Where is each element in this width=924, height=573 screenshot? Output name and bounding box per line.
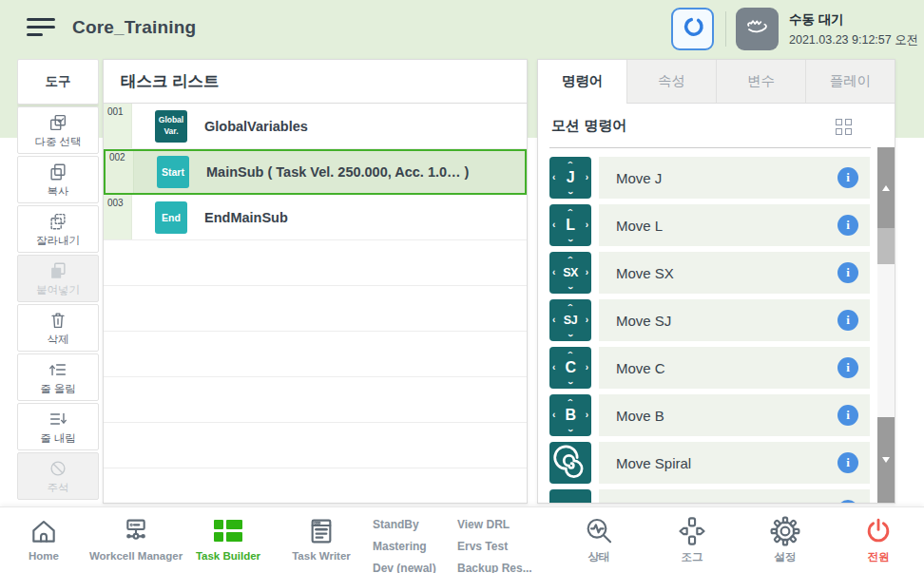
task-row-empty [104, 240, 527, 286]
command-label: Move L [616, 218, 837, 234]
task-list-panel: 태스크 리스트 001 GlobalVar. GlobalVariables 0… [103, 59, 528, 504]
scrollbar-thumb[interactable] [877, 228, 895, 264]
tool-line-up-button[interactable]: 줄 올림 [17, 353, 99, 401]
robot-mode-button[interactable] [671, 8, 714, 50]
scrollbar-track[interactable] [877, 264, 895, 417]
command-panel-tabs: 명령어 속성 변수 플레이 [538, 60, 895, 104]
info-icon[interactable]: i [837, 262, 858, 283]
task-list-title: 태스크 리스트 [104, 60, 527, 104]
cut-icon [48, 211, 68, 232]
row-number: 002 [106, 151, 134, 193]
hand-icon [743, 13, 772, 46]
line-up-icon [48, 359, 68, 380]
end-badge: End [155, 201, 187, 234]
info-icon[interactable]: i [837, 310, 858, 331]
gear-icon [770, 513, 800, 548]
robot-arm-icon [680, 14, 706, 45]
power-icon [863, 513, 894, 548]
task-row-empty [104, 332, 527, 377]
tool-copy-button[interactable]: 복사 [17, 156, 99, 203]
workcell-manager-icon [121, 513, 151, 548]
command-move-sx[interactable]: ››‹› SX Move SX i [538, 252, 877, 299]
robot-status: 수동 대기 2021.03.23 9:12:57 오전 [789, 11, 918, 48]
nav-task-writer[interactable]: Task Writer [260, 513, 383, 562]
toolbox-sidebar: 도구 다중 선택 복사 잘라내기 붙 [17, 59, 99, 504]
command-move-b[interactable]: ››‹› B Move B i [538, 394, 877, 442]
task-row-empty [104, 377, 527, 423]
row-number: 001 [104, 104, 132, 148]
info-icon[interactable]: i [837, 500, 858, 503]
nav-power[interactable]: 전원 [817, 513, 924, 564]
info-icon[interactable]: i [837, 215, 858, 236]
command-row-partial[interactable]: i [538, 489, 877, 503]
tool-label: 주석 [48, 481, 69, 495]
tab-properties[interactable]: 속성 [626, 60, 716, 104]
tool-label: 붙여넣기 [36, 283, 80, 297]
command-panel-body: 모션 명령어 ››‹› J Move J i ››‹› [538, 104, 895, 503]
menu-icon[interactable] [27, 18, 55, 40]
task-row-empty [104, 468, 527, 504]
teach-pendant-screen: Core_Training 수동 대기 2021.03.23 9:12:57 오… [0, 0, 924, 573]
task-writer-icon [306, 513, 337, 548]
line-down-icon [48, 409, 68, 430]
controller-info-column: View DRL Ervs Test Backup Res... [457, 514, 532, 573]
delete-icon [48, 310, 68, 331]
command-icon [549, 489, 591, 503]
task-row-label: GlobalVariables [204, 119, 308, 134]
spiral-icon [549, 442, 591, 484]
task-row-globalvariables[interactable]: 001 GlobalVar. GlobalVariables [104, 104, 527, 149]
jog-dpad-icon [677, 513, 707, 548]
scroll-down-button[interactable] [877, 417, 895, 503]
tool-label: 잘라내기 [36, 234, 80, 248]
command-move-l[interactable]: ››‹› L Move L i [538, 204, 877, 252]
task-row-mainsub-selected[interactable]: 002 Start MainSub ( Task Vel. 250.000, A… [104, 149, 527, 195]
start-badge: Start [157, 156, 189, 188]
tab-commands[interactable]: 명령어 [538, 60, 626, 104]
comment-icon [48, 458, 68, 479]
move-b-icon: ››‹› B [549, 394, 591, 436]
tool-label: 복사 [48, 184, 69, 199]
command-label: Move SJ [616, 313, 837, 329]
tool-delete-button[interactable]: 삭제 [17, 304, 99, 352]
tool-multi-select-button[interactable]: 다중 선택 [17, 106, 99, 154]
task-row-label: EndMainSub [204, 210, 288, 225]
toolbox-title: 도구 [17, 59, 99, 105]
command-move-j[interactable]: ››‹› J Move J i [538, 157, 877, 204]
manual-mode-chip [736, 8, 779, 50]
command-label: Move SX [616, 265, 837, 281]
header-divider [725, 11, 726, 47]
info-icon[interactable]: i [837, 357, 858, 378]
tab-variables[interactable]: 변수 [716, 60, 805, 104]
scroll-up-button[interactable] [877, 147, 895, 228]
command-label: Move C [616, 360, 837, 376]
task-row-empty [104, 286, 527, 332]
task-builder-icon [214, 513, 242, 548]
command-move-spiral[interactable]: Move Spiral i [538, 442, 877, 489]
command-scrollbar[interactable] [877, 147, 895, 503]
command-move-c[interactable]: ››‹› C Move C i [538, 347, 877, 394]
tool-paste-button: 붙여넣기 [17, 255, 99, 302]
status-monitor-icon [584, 513, 614, 548]
info-icon[interactable]: i [837, 167, 858, 188]
move-sx-icon: ››‹› SX [549, 252, 591, 294]
tool-cut-button[interactable]: 잘라내기 [17, 205, 99, 253]
command-label: Move J [616, 170, 837, 186]
global-var-badge: GlobalVar. [155, 110, 187, 143]
info-icon[interactable]: i [837, 452, 858, 473]
tool-line-down-button[interactable]: 줄 내림 [17, 403, 99, 450]
command-move-sj[interactable]: ››‹› SJ Move SJ i [538, 299, 877, 347]
tool-label: 다중 선택 [34, 135, 81, 149]
copy-icon [48, 162, 68, 182]
tab-play[interactable]: 플레이 [805, 60, 895, 104]
task-row-endmainsub[interactable]: 003 End EndMainSub [104, 195, 527, 240]
header: Core_Training 수동 대기 2021.03.23 9:12:57 오… [0, 0, 924, 57]
home-icon [29, 513, 59, 548]
tool-label: 줄 내림 [40, 431, 76, 446]
command-list: ››‹› J Move J i ››‹› L Move L i [538, 157, 877, 503]
info-icon[interactable]: i [837, 405, 858, 426]
command-panel: 명령어 속성 변수 플레이 모션 명령어 ››‹› J Move J i [537, 59, 895, 504]
grid-view-icon[interactable] [836, 119, 854, 137]
command-label: Move Spiral [616, 455, 837, 471]
multi-select-icon [48, 112, 68, 133]
paste-icon [48, 260, 68, 281]
